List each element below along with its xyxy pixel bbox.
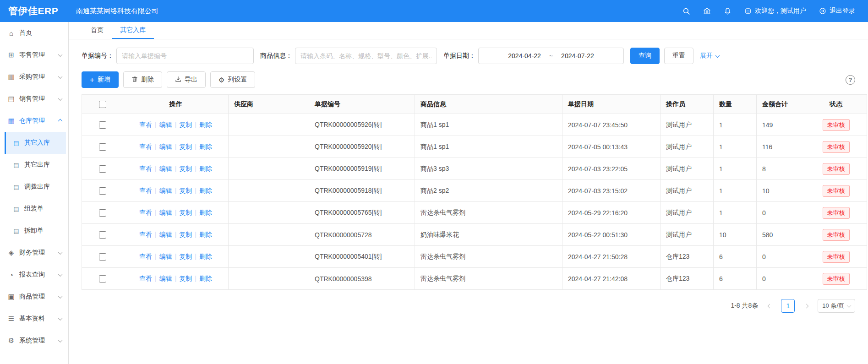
next-page-button[interactable] xyxy=(800,300,812,312)
plus-icon: + xyxy=(90,76,94,84)
row-checkbox[interactable] xyxy=(99,275,106,283)
copy-link[interactable]: 复制 xyxy=(179,275,192,282)
edit-link[interactable]: 编辑 xyxy=(159,209,172,216)
sidebar-item-finance-management[interactable]: ◈ 财务管理 xyxy=(0,242,68,264)
qty-cell: 6 xyxy=(714,246,757,268)
sidebar-item-other-inbound[interactable]: ▤ 其它入库 xyxy=(5,132,66,154)
help-icon[interactable]: ? xyxy=(846,75,855,85)
column-settings-label: 列设置 xyxy=(228,76,247,84)
sidebar-item-home[interactable]: ⌂ 首页 xyxy=(0,22,68,44)
sidebar-item-disassembly-order[interactable]: ▤ 拆卸单 xyxy=(0,220,68,242)
sidebar-item-system-management[interactable]: ⚙ 系统管理 xyxy=(0,330,68,352)
sidebar-item-assembly-order[interactable]: ▤ 组装单 xyxy=(0,198,68,220)
bank-icon[interactable] xyxy=(703,7,711,15)
edit-link[interactable]: 编辑 xyxy=(159,187,172,194)
sidebar-item-basic-data[interactable]: ☰ 基本资料 xyxy=(0,308,68,330)
view-link[interactable]: 查看 xyxy=(139,143,152,150)
delete-link[interactable]: 删除 xyxy=(199,253,212,260)
sidebar-item-retail-management[interactable]: ⊞ 零售管理 xyxy=(0,44,68,66)
delete-label: 删除 xyxy=(141,76,154,84)
copy-link[interactable]: 复制 xyxy=(179,121,192,128)
operator-cell: 仓库123 xyxy=(661,268,714,290)
doc-no-cell: QTRK00000005401[转] xyxy=(309,246,415,268)
logout-button[interactable]: 退出登录 xyxy=(819,7,855,15)
column-header-status: 状态 xyxy=(805,95,867,114)
row-checkbox[interactable] xyxy=(99,165,106,173)
copy-link[interactable]: 复制 xyxy=(179,187,192,194)
copy-link[interactable]: 复制 xyxy=(179,143,192,150)
delete-link[interactable]: 删除 xyxy=(199,275,212,282)
tab-other-inbound[interactable]: 其它入库 xyxy=(112,22,154,39)
sidebar-item-purchase-management[interactable]: ▥ 采购管理 xyxy=(0,66,68,88)
delete-link[interactable]: 删除 xyxy=(199,165,212,172)
date-from-value[interactable]: 2024-04-22 xyxy=(508,52,541,60)
reset-button[interactable]: 重置 xyxy=(664,48,693,64)
view-link[interactable]: 查看 xyxy=(139,187,152,194)
row-checkbox[interactable] xyxy=(99,231,106,239)
doc-no-input[interactable] xyxy=(116,48,254,64)
view-link[interactable]: 查看 xyxy=(139,275,152,282)
table-header-row: 操作 供应商 单据编号 商品信息 单据日期 操作员 数量 金额合计 状态 xyxy=(82,95,867,114)
date-to-value[interactable]: 2024-07-22 xyxy=(561,52,594,60)
row-checkbox[interactable] xyxy=(99,253,106,261)
edit-link[interactable]: 编辑 xyxy=(159,275,172,282)
delete-link[interactable]: 删除 xyxy=(199,209,212,216)
sidebar-item-label: 财务管理 xyxy=(19,249,45,257)
view-link[interactable]: 查看 xyxy=(139,253,152,260)
export-icon xyxy=(175,76,181,84)
smile-icon xyxy=(744,7,752,15)
operator-cell: 测试用户 xyxy=(661,158,714,180)
search-button[interactable]: 查询 xyxy=(630,48,660,64)
view-link[interactable]: 查看 xyxy=(139,121,152,128)
sidebar-item-product-management[interactable]: ▣ 商品管理 xyxy=(0,286,68,308)
sidebar-item-label: 其它出库 xyxy=(24,161,50,169)
copy-link[interactable]: 复制 xyxy=(179,165,192,172)
view-link[interactable]: 查看 xyxy=(139,165,152,172)
table-row: 查看|编辑|复制|删除 QTRK00000005398 雷达杀虫气雾剂 2024… xyxy=(82,268,867,290)
view-link[interactable]: 查看 xyxy=(139,209,152,216)
sidebar-item-report-query[interactable]: ◔ 报表查询 xyxy=(0,264,68,286)
row-checkbox[interactable] xyxy=(99,209,106,217)
expand-label: 展开 xyxy=(700,52,713,60)
sidebar-item-warehouse-management[interactable]: ▦ 仓库管理 xyxy=(0,110,68,132)
page-size-select[interactable]: 10 条/页 xyxy=(818,299,855,313)
product-info-input[interactable] xyxy=(295,48,437,64)
amount-cell: 0 xyxy=(757,246,805,268)
bell-icon[interactable] xyxy=(724,7,732,15)
expand-link[interactable]: 展开 xyxy=(700,52,719,60)
edit-link[interactable]: 编辑 xyxy=(159,253,172,260)
sidebar-item-label: 基本资料 xyxy=(19,315,45,323)
export-button[interactable]: 导出 xyxy=(167,71,206,88)
row-checkbox[interactable] xyxy=(99,187,106,195)
sidebar-item-sales-management[interactable]: ▤ 销售管理 xyxy=(0,88,68,110)
prev-page-button[interactable] xyxy=(764,300,775,312)
column-settings-button[interactable]: ⚙ 列设置 xyxy=(210,71,255,88)
edit-link[interactable]: 编辑 xyxy=(159,121,172,128)
edit-link[interactable]: 编辑 xyxy=(159,231,172,238)
delete-link[interactable]: 删除 xyxy=(199,143,212,150)
search-icon[interactable] xyxy=(682,7,690,15)
copy-link[interactable]: 复制 xyxy=(179,209,192,216)
row-checkbox[interactable] xyxy=(99,121,106,129)
edit-link[interactable]: 编辑 xyxy=(159,165,172,172)
row-checkbox[interactable] xyxy=(99,143,106,151)
user-greeting[interactable]: 欢迎您，测试用户 xyxy=(744,7,806,15)
delete-link[interactable]: 删除 xyxy=(199,231,212,238)
select-all-checkbox[interactable] xyxy=(99,101,106,108)
date-range-picker[interactable]: 2024-04-22 ~ 2024-07-22 xyxy=(478,48,624,64)
page-number-button[interactable]: 1 xyxy=(781,299,795,313)
add-button[interactable]: + 新增 xyxy=(82,71,119,88)
delete-button[interactable]: 删除 xyxy=(123,71,162,88)
sidebar-item-other-outbound[interactable]: ▤ 其它出库 xyxy=(0,154,68,176)
sidebar-item-transfer-outbound[interactable]: ▤ 调拨出库 xyxy=(0,176,68,198)
delete-link[interactable]: 删除 xyxy=(199,187,212,194)
tab-home[interactable]: 首页 xyxy=(82,22,112,39)
copy-link[interactable]: 复制 xyxy=(179,231,192,238)
delete-link[interactable]: 删除 xyxy=(199,121,212,128)
chevron-down-icon xyxy=(58,52,63,57)
date-cell: 2024-04-27 21:42:08 xyxy=(562,268,661,290)
edit-link[interactable]: 编辑 xyxy=(159,143,172,150)
status-badge: 未审核 xyxy=(823,229,850,241)
copy-link[interactable]: 复制 xyxy=(179,253,192,260)
view-link[interactable]: 查看 xyxy=(139,231,152,238)
